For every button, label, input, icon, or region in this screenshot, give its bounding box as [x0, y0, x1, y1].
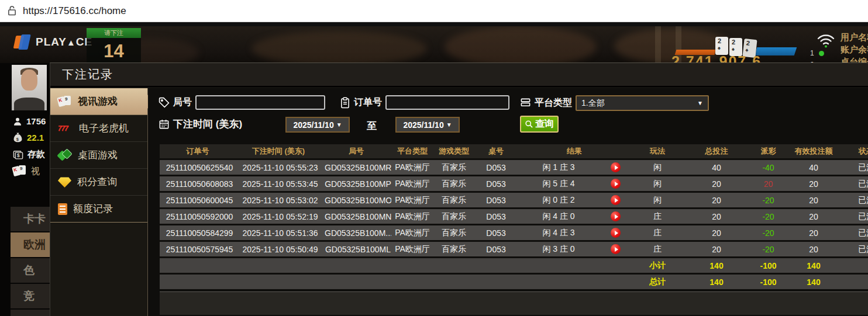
round-input[interactable]: [195, 95, 325, 110]
lock-icon: [7, 5, 17, 16]
balance-amount: 22.1: [27, 133, 44, 143]
modal-header: 下注记录: [50, 63, 868, 87]
card: 2♠: [715, 37, 728, 55]
video-games-label: 视: [31, 166, 40, 177]
browser-edge: [0, 22, 868, 26]
modal-content: 局号 订单号 平台类型 1.全部 ▼ 下注时间 (美东) 2025/11/10 …: [148, 88, 868, 316]
date-to-picker[interactable]: 2025/11/10 ▼: [395, 117, 460, 133]
playace-logo: PLAY▲CE: [15, 34, 92, 50]
dealt-cards: 2♠ 2♠ 2♠: [715, 37, 757, 55]
replay-video-button[interactable]: [611, 195, 621, 205]
chevron-down-icon: ▼: [697, 100, 703, 106]
status-index-column: 1 2: [810, 47, 837, 63]
subtotal-label: 小计: [631, 258, 684, 273]
money-bag-icon: $: [13, 132, 23, 143]
cards-icon: K9: [13, 165, 27, 177]
live-video-strip: PLAY▲CE 请下注 14 2♠ 2♠ 2♠ 2,741,907.6 用户名称…: [0, 26, 868, 63]
table-row: 2511100506255402025-11-10 05:55:23 GD053…: [160, 160, 868, 175]
date-range-separator: 至: [367, 119, 377, 133]
video-blob: [445, 26, 597, 63]
order-filter-group: 订单号: [340, 95, 509, 110]
total-label: 总计: [631, 275, 684, 289]
green-dot: [819, 51, 824, 56]
query-button[interactable]: 查询: [520, 116, 559, 133]
round-filter-group: 局号: [159, 95, 325, 110]
platform-label: 平台类型: [535, 97, 572, 109]
bet-records-modal: 下注记录 K9 视讯游戏 777 电子老虎机 桌面游戏 积分查询 额度记录 局号: [50, 62, 868, 316]
order-label: 订单号: [354, 96, 382, 109]
balance-label: 账户余额: [841, 43, 868, 55]
tag-icon: [159, 97, 170, 108]
chevron-down-icon: ▼: [446, 121, 452, 128]
replay-video-button[interactable]: [611, 211, 621, 221]
table-row: 2511100506080832025-11-10 05:53:45 GD053…: [160, 176, 868, 191]
url-text[interactable]: https://175616.cc/home: [23, 5, 126, 17]
order-input[interactable]: [385, 95, 509, 110]
bet-banner-label: 请下注: [87, 28, 141, 38]
diamond-icon: [58, 176, 71, 187]
username-label: 用户名称: [841, 31, 868, 43]
total-row: 总计 140 -100 140: [160, 275, 868, 289]
user-icon: [13, 117, 22, 126]
document-icon: [58, 203, 67, 215]
replay-video-button[interactable]: [611, 228, 621, 238]
clipboard-icon: [340, 97, 350, 109]
bet-records-table: 订单号下注时间 (美东) 局号平台类型 游戏类型桌号 结果玩法 总投注派彩 有效…: [160, 143, 868, 315]
table-footer-space: [160, 291, 868, 315]
deposit-icon: $: [13, 150, 23, 159]
replay-video-button[interactable]: [611, 162, 621, 172]
account-status-panel: 用户名称 账户余额 桌台编号: [841, 31, 868, 63]
table-games-icon: [58, 149, 72, 162]
replay-video-button[interactable]: [611, 244, 621, 254]
playace-logo-icon: [15, 34, 31, 50]
cards-icon: K9: [58, 96, 72, 107]
replay-video-button[interactable]: [611, 179, 621, 189]
modal-title: 下注记录: [62, 67, 113, 82]
wifi-icon: [817, 33, 835, 48]
table-row: 2511100505920002025-11-10 05:52:19 GD053…: [160, 209, 868, 224]
table-row: 2511100505842992025-11-10 05:51:36 GD053…: [160, 225, 868, 240]
video-blob: [252, 31, 427, 63]
date-from-picker[interactable]: 2025/11/10 ▼: [285, 117, 350, 133]
slot-777-icon: 777: [58, 124, 73, 133]
platform-filter-group: 平台类型 1.全部 ▼: [520, 95, 709, 111]
jackpot-amount: 2,741,907.6: [671, 53, 768, 63]
modal-sidebar: K9 视讯游戏 777 电子老虎机 桌面游戏 积分查询 额度记录: [50, 88, 148, 316]
search-icon: [525, 120, 533, 129]
sidebar-item-points[interactable]: 积分查询: [50, 169, 147, 196]
sidebar-item-table-games[interactable]: 桌面游戏: [50, 142, 147, 169]
calendar-icon: [159, 119, 170, 130]
avatar: [12, 65, 47, 110]
svg-text:$: $: [17, 152, 20, 158]
sidebar-item-video-games[interactable]: K9 视讯游戏: [50, 88, 147, 115]
deposit-label: 存款: [27, 149, 45, 160]
subtotal-row: 小计 140 -100 140: [160, 258, 868, 273]
balance-row: $ 22.1: [13, 132, 44, 143]
bet-countdown-box: 请下注 14: [87, 28, 141, 63]
address-bar: https://175616.cc/home: [0, 0, 868, 22]
light-streak: [655, 26, 661, 63]
round-label: 局号: [173, 96, 192, 109]
user-id: 1756: [26, 116, 46, 126]
platform-select[interactable]: 1.全部 ▼: [576, 95, 709, 111]
sidebar-item-credit-records[interactable]: 额度记录: [50, 196, 147, 223]
user-id-row: 1756: [13, 116, 46, 126]
time-filter-group: 下注时间 (美东): [159, 117, 242, 131]
chevron-down-icon: ▼: [336, 121, 342, 128]
server-icon: [520, 98, 531, 109]
time-label: 下注时间 (美东): [173, 117, 242, 131]
table-row: 2511100506000452025-11-10 05:53:02 GD053…: [160, 193, 868, 207]
table-header-row: 订单号下注时间 (美东) 局号平台类型 游戏类型桌号 结果玩法 总投注派彩 有效…: [160, 144, 868, 158]
bet-countdown: 14: [87, 38, 141, 63]
video-games-row[interactable]: K9 视: [13, 165, 40, 177]
table-row: 2511100505759452025-11-10 05:50:49 GD053…: [160, 242, 868, 256]
deposit-row[interactable]: $ 存款: [13, 149, 45, 160]
sidebar-item-slots[interactable]: 777 电子老虎机: [50, 115, 147, 142]
